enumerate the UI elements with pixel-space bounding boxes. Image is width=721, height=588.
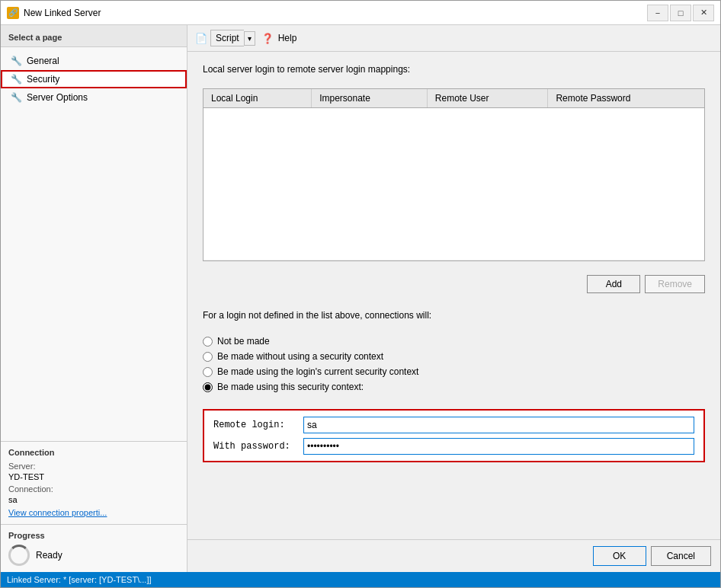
with-password-input[interactable]: [303, 438, 694, 455]
mapping-section-label: Local server login to remote server logi…: [203, 64, 705, 75]
help-icon: ❓: [261, 33, 274, 44]
radio-this-context-input[interactable]: [203, 382, 213, 392]
remote-login-row: Remote login:: [213, 417, 694, 433]
script-dropdown: Script ▾: [210, 30, 255, 46]
help-button[interactable]: Help: [277, 33, 299, 43]
close-button[interactable]: ✕: [693, 5, 714, 21]
sidebar-item-general-label: General: [27, 56, 59, 66]
dialog-window: 🔗 New Linked Server − □ ✕ Select a page …: [0, 0, 721, 588]
toolbar: 📄 Script ▾ ❓ Help: [187, 25, 720, 52]
sidebar-item-security[interactable]: Security: [1, 70, 187, 88]
radio-current-context-label: Be made using the login's current securi…: [217, 366, 418, 377]
connection-value: sa: [8, 495, 179, 504]
sidebar: Select a page General Security Server Op…: [1, 25, 187, 572]
mapping-table: Local Login Impersonate Remote User Remo…: [203, 89, 704, 260]
radio-no-context-label: Be made without using a security context: [217, 351, 383, 362]
radio-no-context[interactable]: Be made without using a security context: [203, 351, 705, 362]
radio-not-made[interactable]: Not be made: [203, 336, 705, 347]
content-area: Local server login to remote server logi…: [187, 52, 720, 539]
sidebar-item-server-options[interactable]: Server Options: [1, 88, 187, 107]
security-context-box: Remote login: With password:: [203, 409, 705, 462]
sidebar-item-server-options-label: Server Options: [27, 92, 88, 103]
col-impersonate: Impersonate: [312, 89, 428, 108]
app-icon: 🔗: [7, 7, 19, 19]
wrench-icon: [10, 91, 22, 104]
progress-content: Ready: [8, 545, 179, 566]
mapping-table-wrapper: Local Login Impersonate Remote User Remo…: [203, 88, 705, 261]
connection-label: Connection:: [8, 484, 179, 494]
sidebar-nav: General Security Server Options: [1, 47, 187, 441]
connection-title: Connection: [8, 448, 179, 457]
window-controls: − □ ✕: [647, 5, 714, 21]
table-header: Local Login Impersonate Remote User Remo…: [203, 89, 704, 108]
dialog-footer: OK Cancel: [187, 539, 720, 572]
progress-title: Progress: [8, 531, 179, 540]
add-button[interactable]: Add: [587, 275, 640, 293]
view-connection-properties-link[interactable]: View connection properti...: [8, 508, 107, 517]
progress-section: Progress Ready: [1, 524, 187, 572]
minimize-button[interactable]: −: [647, 5, 668, 21]
with-password-label: With password:: [213, 441, 297, 452]
radio-not-made-input[interactable]: [203, 337, 213, 347]
sidebar-section-title: Select a page: [1, 25, 187, 47]
table-action-row: Add Remove: [203, 270, 705, 298]
dialog-title: New Linked Server: [24, 8, 647, 18]
radio-group: Not be made Be made without using a secu…: [203, 336, 705, 392]
remote-login-label: Remote login:: [213, 420, 297, 430]
col-remote-user: Remote User: [427, 89, 548, 108]
connection-section: Connection Server: YD-TEST Connection: s…: [1, 441, 187, 524]
status-text: Linked Server: * [server: [YD-TEST\...]]: [7, 575, 152, 584]
status-bar: Linked Server: * [server: [YD-TEST\...]]: [1, 572, 720, 587]
maximize-button[interactable]: □: [670, 5, 691, 21]
radio-current-context-input[interactable]: [203, 367, 213, 377]
main-layout: Select a page General Security Server Op…: [1, 25, 720, 572]
radio-not-made-label: Not be made: [217, 336, 270, 347]
script-dropdown-arrow[interactable]: ▾: [244, 31, 255, 46]
radio-no-context-input[interactable]: [203, 352, 213, 362]
server-value: YD-TEST: [8, 472, 179, 481]
radio-this-context-label: Be made using this security context:: [217, 382, 364, 392]
right-panel: 📄 Script ▾ ❓ Help Local server login to …: [187, 25, 720, 572]
script-button[interactable]: Script: [210, 30, 244, 46]
remote-login-input[interactable]: [303, 417, 694, 433]
table-body: [203, 108, 704, 260]
script-icon: 📄: [195, 33, 207, 44]
sidebar-item-general[interactable]: General: [1, 52, 187, 70]
col-remote-password: Remote Password: [548, 89, 704, 108]
wrench-icon: [10, 55, 22, 67]
remove-button[interactable]: Remove: [645, 275, 705, 293]
login-description: For a login not defined in the list abov…: [203, 310, 705, 321]
cancel-button[interactable]: Cancel: [651, 546, 711, 566]
sidebar-item-security-label: Security: [27, 74, 59, 85]
ok-button[interactable]: OK: [593, 546, 646, 566]
with-password-row: With password:: [213, 438, 694, 455]
progress-status: Ready: [36, 550, 62, 561]
col-local-login: Local Login: [203, 89, 312, 108]
radio-this-context[interactable]: Be made using this security context:: [203, 382, 705, 392]
titlebar: 🔗 New Linked Server − □ ✕: [1, 1, 720, 25]
wrench-icon: [10, 73, 22, 85]
progress-spinner: [8, 545, 30, 566]
server-label: Server:: [8, 462, 179, 471]
radio-current-context[interactable]: Be made using the login's current securi…: [203, 366, 705, 377]
